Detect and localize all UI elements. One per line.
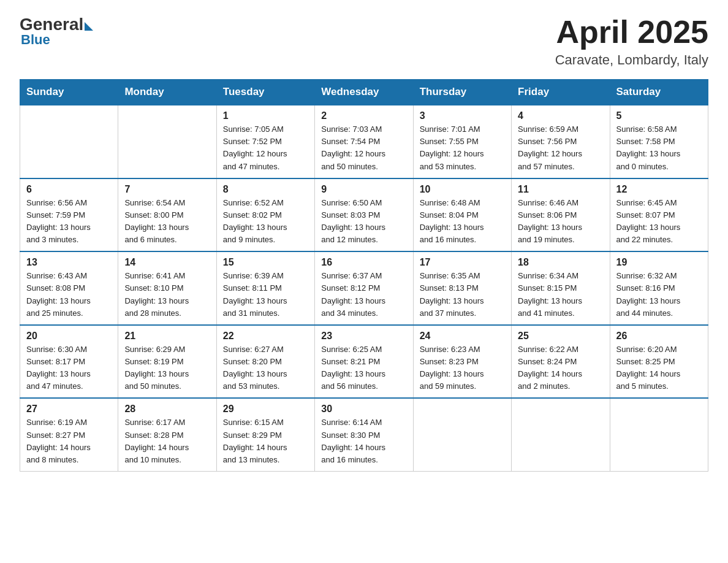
day-info: Sunrise: 6:46 AM Sunset: 8:06 PM Dayligh…	[518, 197, 603, 247]
calendar-cell: 17Sunrise: 6:35 AM Sunset: 8:13 PM Dayli…	[413, 251, 511, 325]
calendar-cell: 13Sunrise: 6:43 AM Sunset: 8:08 PM Dayli…	[20, 251, 118, 325]
day-info: Sunrise: 6:17 AM Sunset: 8:28 PM Dayligh…	[124, 416, 210, 466]
day-number: 30	[321, 404, 406, 415]
weekday-header-sunday: Sunday	[20, 80, 118, 105]
day-number: 23	[321, 331, 406, 342]
day-number: 12	[616, 184, 702, 195]
calendar-cell: 22Sunrise: 6:27 AM Sunset: 8:20 PM Dayli…	[216, 325, 314, 399]
calendar-cell: 25Sunrise: 6:22 AM Sunset: 8:24 PM Dayli…	[512, 325, 610, 399]
day-info: Sunrise: 6:20 AM Sunset: 8:25 PM Dayligh…	[616, 343, 702, 393]
calendar-cell: 18Sunrise: 6:34 AM Sunset: 8:15 PM Dayli…	[512, 251, 610, 325]
day-number: 22	[223, 331, 308, 342]
day-number: 29	[223, 404, 308, 415]
calendar-cell: 3Sunrise: 7:01 AM Sunset: 7:55 PM Daylig…	[413, 105, 511, 178]
day-info: Sunrise: 6:48 AM Sunset: 8:04 PM Dayligh…	[420, 197, 505, 247]
day-number: 6	[26, 184, 112, 195]
week-row-4: 20Sunrise: 6:30 AM Sunset: 8:17 PM Dayli…	[20, 325, 708, 399]
day-info: Sunrise: 6:56 AM Sunset: 7:59 PM Dayligh…	[26, 197, 112, 247]
calendar-cell	[512, 398, 610, 471]
day-number: 20	[26, 331, 112, 342]
day-number: 3	[420, 110, 505, 121]
day-number: 27	[26, 404, 112, 415]
logo: General Blue	[20, 15, 93, 48]
day-info: Sunrise: 6:58 AM Sunset: 7:58 PM Dayligh…	[616, 123, 702, 173]
day-info: Sunrise: 7:05 AM Sunset: 7:52 PM Dayligh…	[223, 123, 308, 173]
calendar-cell: 24Sunrise: 6:23 AM Sunset: 8:23 PM Dayli…	[413, 325, 511, 399]
calendar-cell: 11Sunrise: 6:46 AM Sunset: 8:06 PM Dayli…	[512, 178, 610, 252]
calendar-cell: 26Sunrise: 6:20 AM Sunset: 8:25 PM Dayli…	[610, 325, 708, 399]
weekday-header-saturday: Saturday	[610, 80, 708, 105]
weekday-header-tuesday: Tuesday	[216, 80, 314, 105]
day-number: 24	[420, 331, 505, 342]
day-info: Sunrise: 6:19 AM Sunset: 8:27 PM Dayligh…	[26, 416, 112, 466]
day-number: 9	[321, 184, 406, 195]
day-number: 28	[124, 404, 210, 415]
title-area: April 2025 Caravate, Lombardy, Italy	[555, 15, 708, 68]
day-number: 13	[26, 257, 112, 268]
day-number: 10	[420, 184, 505, 195]
day-number: 7	[124, 184, 210, 195]
calendar-cell: 21Sunrise: 6:29 AM Sunset: 8:19 PM Dayli…	[118, 325, 216, 399]
day-info: Sunrise: 6:54 AM Sunset: 8:00 PM Dayligh…	[124, 197, 210, 247]
day-info: Sunrise: 6:22 AM Sunset: 8:24 PM Dayligh…	[518, 343, 603, 393]
calendar-cell: 1Sunrise: 7:05 AM Sunset: 7:52 PM Daylig…	[216, 105, 314, 178]
week-row-3: 13Sunrise: 6:43 AM Sunset: 8:08 PM Dayli…	[20, 251, 708, 325]
week-row-2: 6Sunrise: 6:56 AM Sunset: 7:59 PM Daylig…	[20, 178, 708, 252]
day-number: 18	[518, 257, 603, 268]
day-info: Sunrise: 6:45 AM Sunset: 8:07 PM Dayligh…	[616, 197, 702, 247]
calendar-cell: 29Sunrise: 6:15 AM Sunset: 8:29 PM Dayli…	[216, 398, 314, 471]
calendar-cell: 27Sunrise: 6:19 AM Sunset: 8:27 PM Dayli…	[20, 398, 118, 471]
calendar-cell	[610, 398, 708, 471]
logo-blue-text: Blue	[21, 32, 50, 48]
day-info: Sunrise: 6:50 AM Sunset: 8:03 PM Dayligh…	[321, 197, 406, 247]
week-row-5: 27Sunrise: 6:19 AM Sunset: 8:27 PM Dayli…	[20, 398, 708, 471]
calendar-cell: 2Sunrise: 7:03 AM Sunset: 7:54 PM Daylig…	[315, 105, 413, 178]
calendar-cell: 30Sunrise: 6:14 AM Sunset: 8:30 PM Dayli…	[315, 398, 413, 471]
day-info: Sunrise: 6:14 AM Sunset: 8:30 PM Dayligh…	[321, 416, 406, 466]
page-title: April 2025	[555, 15, 708, 50]
page-subtitle: Caravate, Lombardy, Italy	[555, 52, 708, 68]
day-info: Sunrise: 6:59 AM Sunset: 7:56 PM Dayligh…	[518, 123, 603, 173]
day-info: Sunrise: 6:41 AM Sunset: 8:10 PM Dayligh…	[124, 270, 210, 320]
calendar-cell: 14Sunrise: 6:41 AM Sunset: 8:10 PM Dayli…	[118, 251, 216, 325]
calendar-header-row: SundayMondayTuesdayWednesdayThursdayFrid…	[20, 80, 708, 105]
calendar-cell: 8Sunrise: 6:52 AM Sunset: 8:02 PM Daylig…	[216, 178, 314, 252]
calendar-cell: 6Sunrise: 6:56 AM Sunset: 7:59 PM Daylig…	[20, 178, 118, 252]
weekday-header-friday: Friday	[512, 80, 610, 105]
day-info: Sunrise: 6:34 AM Sunset: 8:15 PM Dayligh…	[518, 270, 603, 320]
calendar-cell: 12Sunrise: 6:45 AM Sunset: 8:07 PM Dayli…	[610, 178, 708, 252]
weekday-header-thursday: Thursday	[413, 80, 511, 105]
day-number: 17	[420, 257, 505, 268]
calendar-cell: 5Sunrise: 6:58 AM Sunset: 7:58 PM Daylig…	[610, 105, 708, 178]
day-number: 8	[223, 184, 308, 195]
calendar-cell: 28Sunrise: 6:17 AM Sunset: 8:28 PM Dayli…	[118, 398, 216, 471]
day-info: Sunrise: 6:37 AM Sunset: 8:12 PM Dayligh…	[321, 270, 406, 320]
day-info: Sunrise: 6:32 AM Sunset: 8:16 PM Dayligh…	[616, 270, 702, 320]
calendar-cell	[118, 105, 216, 178]
day-info: Sunrise: 6:25 AM Sunset: 8:21 PM Dayligh…	[321, 343, 406, 393]
calendar-cell: 10Sunrise: 6:48 AM Sunset: 8:04 PM Dayli…	[413, 178, 511, 252]
day-info: Sunrise: 6:43 AM Sunset: 8:08 PM Dayligh…	[26, 270, 112, 320]
day-number: 1	[223, 110, 308, 121]
day-number: 16	[321, 257, 406, 268]
day-info: Sunrise: 6:15 AM Sunset: 8:29 PM Dayligh…	[223, 416, 308, 466]
day-number: 26	[616, 331, 702, 342]
day-info: Sunrise: 7:03 AM Sunset: 7:54 PM Dayligh…	[321, 123, 406, 173]
day-info: Sunrise: 6:23 AM Sunset: 8:23 PM Dayligh…	[420, 343, 505, 393]
calendar-cell	[413, 398, 511, 471]
day-info: Sunrise: 6:29 AM Sunset: 8:19 PM Dayligh…	[124, 343, 210, 393]
day-number: 5	[616, 110, 702, 121]
weekday-header-wednesday: Wednesday	[315, 80, 413, 105]
day-number: 19	[616, 257, 702, 268]
day-number: 21	[124, 331, 210, 342]
calendar-cell: 9Sunrise: 6:50 AM Sunset: 8:03 PM Daylig…	[315, 178, 413, 252]
day-info: Sunrise: 6:35 AM Sunset: 8:13 PM Dayligh…	[420, 270, 505, 320]
week-row-1: 1Sunrise: 7:05 AM Sunset: 7:52 PM Daylig…	[20, 105, 708, 178]
day-number: 4	[518, 110, 603, 121]
day-info: Sunrise: 6:30 AM Sunset: 8:17 PM Dayligh…	[26, 343, 112, 393]
calendar-cell: 15Sunrise: 6:39 AM Sunset: 8:11 PM Dayli…	[216, 251, 314, 325]
calendar-cell: 23Sunrise: 6:25 AM Sunset: 8:21 PM Dayli…	[315, 325, 413, 399]
page-header: General Blue April 2025 Caravate, Lombar…	[20, 15, 708, 68]
calendar-cell: 19Sunrise: 6:32 AM Sunset: 8:16 PM Dayli…	[610, 251, 708, 325]
calendar-table: SundayMondayTuesdayWednesdayThursdayFrid…	[20, 79, 708, 472]
